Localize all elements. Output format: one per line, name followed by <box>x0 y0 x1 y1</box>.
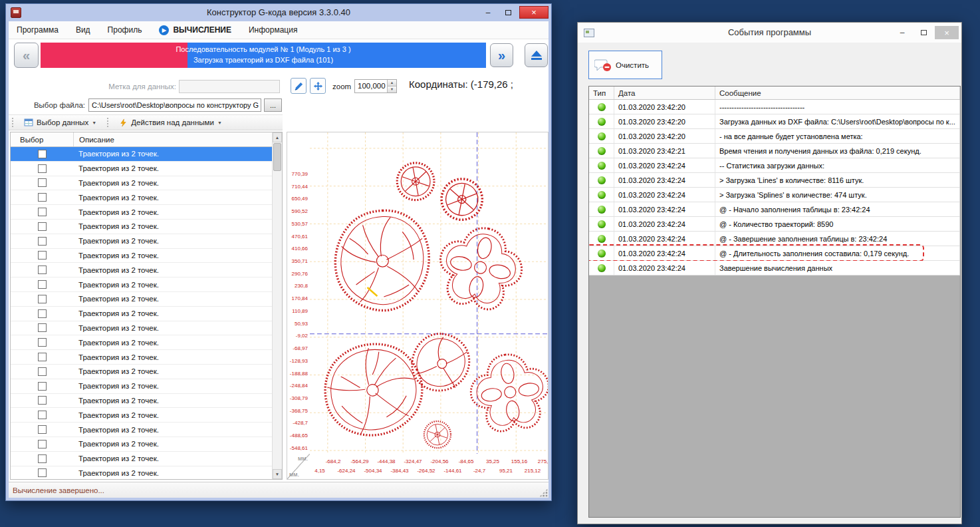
table-row[interactable]: Траектория из 2 точек. <box>11 263 272 277</box>
column-header-type[interactable]: Тип <box>589 87 614 99</box>
row-checkbox[interactable] <box>38 367 47 376</box>
table-row[interactable]: Траектория из 2 точек. <box>11 408 272 423</box>
title-bar[interactable]: События программы – × <box>578 23 961 43</box>
dxf-canvas[interactable]: 770,39710,44650,49590,52530,57470,61410,… <box>287 132 549 480</box>
table-row[interactable]: Траектория из 2 точек. <box>11 452 272 466</box>
menu-item-program[interactable]: Программа <box>17 25 59 35</box>
row-checkbox[interactable] <box>38 237 47 246</box>
event-row[interactable]: 01.03.2020 23:42:20 --------------------… <box>589 100 960 114</box>
table-row[interactable]: Траектория из 2 точек. <box>11 335 272 350</box>
event-row[interactable]: 01.03.2020 23:42:21 Время чтения и получ… <box>589 144 960 158</box>
table-row[interactable]: Траектория из 2 точек. <box>11 205 272 220</box>
row-checkbox[interactable] <box>38 454 47 463</box>
table-row[interactable]: Траектория из 2 точек. <box>11 234 272 249</box>
next-module-button[interactable]: » <box>490 43 513 67</box>
table-row[interactable]: Траектория из 2 точек. <box>11 365 272 379</box>
table-row[interactable]: Траектория из 2 точек. <box>11 176 272 191</box>
table-row[interactable]: Траектория из 2 точек. <box>11 162 272 176</box>
table-row[interactable]: Траектория из 2 точек. <box>11 350 272 365</box>
row-checkbox[interactable] <box>38 178 47 187</box>
event-row[interactable]: 01.03.2020 23:42:24 > Загрузка 'Splines'… <box>589 188 960 202</box>
resize-grip[interactable] <box>539 488 548 497</box>
event-row[interactable]: 01.03.2020 23:42:24 @ - Завершение запол… <box>589 232 960 246</box>
file-path-input[interactable]: C:\Users\root\Desktop\вопросы по констру… <box>88 98 261 112</box>
event-row[interactable]: 01.03.2020 23:42:24 @ - Длительность зап… <box>589 246 960 261</box>
row-checkbox[interactable] <box>38 280 47 289</box>
data-label-input[interactable] <box>179 80 280 93</box>
title-bar[interactable]: Конструктор G-кода версия 3.3.0.40 – × <box>6 4 551 21</box>
browse-button[interactable]: ... <box>264 98 282 112</box>
table-row[interactable]: Траектория из 2 точек. <box>11 292 272 307</box>
menu-item-profile[interactable]: Профиль <box>108 25 142 35</box>
column-header-date[interactable]: Дата <box>614 87 715 99</box>
column-header-description[interactable]: Описание <box>74 132 114 147</box>
row-checkbox[interactable] <box>38 411 47 419</box>
row-checkbox[interactable] <box>38 309 47 318</box>
event-row[interactable]: 01.03.2020 23:42:24 @ - Количество траек… <box>589 217 960 232</box>
pan-button[interactable] <box>310 78 326 94</box>
prev-module-button[interactable]: « <box>14 43 39 68</box>
toolstrip-grip[interactable] <box>11 117 14 128</box>
minimize-button[interactable]: – <box>479 6 497 19</box>
clear-events-button[interactable]: Очистить <box>588 51 662 79</box>
table-row[interactable]: Траектория из 2 точек. <box>11 423 272 437</box>
row-checkbox[interactable] <box>38 353 47 361</box>
plot-area[interactable] <box>310 132 548 454</box>
vertical-scrollbar[interactable]: ▲ ▼ <box>272 132 282 479</box>
row-checkbox[interactable] <box>38 251 47 260</box>
table-row[interactable]: Траектория из 2 точек. <box>11 466 272 479</box>
scroll-up-icon[interactable]: ▲ <box>273 132 282 142</box>
row-checkbox[interactable] <box>38 164 47 173</box>
close-button[interactable]: × <box>935 26 959 39</box>
table-row[interactable]: Траектория из 2 точек. <box>11 147 272 162</box>
row-checkbox[interactable] <box>38 222 47 231</box>
table-row[interactable]: Траектория из 2 точек. <box>11 321 272 336</box>
menu-item-calculation[interactable]: ▶ ВЫЧИСЛЕНИЕ <box>159 25 231 35</box>
spin-up-icon[interactable]: ▲ <box>387 80 396 86</box>
data-actions-dropdown[interactable]: Действия над данными ▼ <box>114 117 227 128</box>
event-row[interactable]: 01.03.2020 23:42:20 Загрузка данных из D… <box>589 114 960 129</box>
table-row[interactable]: Траектория из 2 точек. <box>11 307 272 321</box>
row-checkbox[interactable] <box>38 150 47 158</box>
row-checkbox[interactable] <box>38 440 47 448</box>
event-row[interactable]: 01.03.2020 23:42:24 @ - Начало заполнени… <box>589 202 960 217</box>
row-checkbox[interactable] <box>38 295 47 303</box>
table-row[interactable]: Траектория из 2 точек. <box>11 437 272 452</box>
close-button[interactable]: × <box>519 6 549 19</box>
row-checkbox[interactable] <box>38 265 47 274</box>
column-header-select[interactable]: Выбор <box>11 132 74 146</box>
zoom-spinner[interactable]: 100,000 ▲ ▼ <box>354 79 397 93</box>
row-checkbox[interactable] <box>38 382 47 391</box>
table-row[interactable]: Траектория из 2 точек. <box>11 249 272 264</box>
menu-item-information[interactable]: Информация <box>249 25 297 35</box>
maximize-button[interactable] <box>914 26 933 39</box>
window-title: Конструктор G-кода версия 3.3.0.40 <box>207 7 350 17</box>
select-data-dropdown[interactable]: Выбор данных ▼ <box>19 116 101 128</box>
row-checkbox[interactable] <box>38 338 47 347</box>
table-row[interactable]: Траектория из 2 точек. <box>11 394 272 409</box>
event-row[interactable]: 01.03.2020 23:42:24 > Загрузка 'Lines' в… <box>589 173 960 188</box>
table-row[interactable]: Траектория из 2 точек. <box>11 277 272 292</box>
row-checkbox[interactable] <box>38 468 47 477</box>
minimize-button[interactable]: – <box>892 26 912 39</box>
spin-down-icon[interactable]: ▼ <box>387 86 396 92</box>
row-checkbox[interactable] <box>38 396 47 405</box>
eject-button[interactable] <box>525 43 548 67</box>
row-checkbox[interactable] <box>38 323 47 332</box>
toolstrip-grip[interactable] <box>106 117 109 128</box>
table-row[interactable]: Траектория из 2 точек. <box>11 379 272 394</box>
table-row[interactable]: Траектория из 2 точек. <box>11 190 272 205</box>
event-row[interactable]: 01.03.2020 23:42:24 Завершение вычислени… <box>589 261 960 275</box>
row-checkbox[interactable] <box>38 425 47 434</box>
event-row[interactable]: 01.03.2020 23:42:20 - на все данные буде… <box>589 129 960 144</box>
row-checkbox[interactable] <box>38 193 47 202</box>
scroll-thumb[interactable] <box>273 143 281 171</box>
event-row[interactable]: 01.03.2020 23:42:24 -- Статистика загруз… <box>589 158 960 173</box>
menu-item-view[interactable]: Вид <box>76 25 90 35</box>
maximize-button[interactable] <box>499 6 517 19</box>
edit-button[interactable] <box>291 78 306 94</box>
table-row[interactable]: Траектория из 2 точек. <box>11 220 272 234</box>
column-header-message[interactable]: Сообщение <box>715 87 960 99</box>
row-checkbox[interactable] <box>38 208 47 216</box>
scroll-down-icon[interactable]: ▼ <box>273 469 282 479</box>
